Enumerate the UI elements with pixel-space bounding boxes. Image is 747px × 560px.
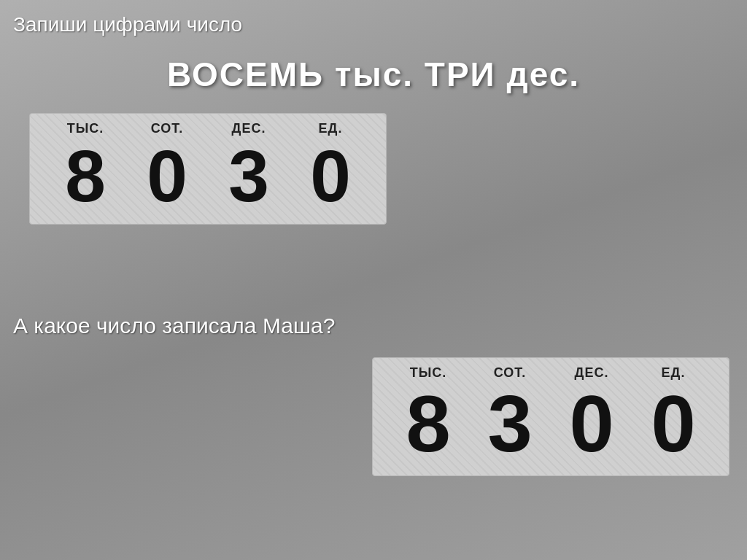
top-digit-sot: 0 xyxy=(138,139,196,212)
top-header-des: ДЕС. xyxy=(220,121,278,136)
top-digit-board: ТЫС. СОТ. ДЕС. ЕД. 8 0 3 0 xyxy=(29,113,387,225)
bottom-digit-des: 0 xyxy=(562,384,621,464)
top-header-sot: СОТ. xyxy=(138,121,196,136)
number-word: ВОСЕМЬ тыс. ТРИ дес. xyxy=(0,55,747,94)
bottom-board-digits: 8 3 0 0 xyxy=(387,384,714,464)
bottom-digit-ed: 0 xyxy=(644,384,703,464)
top-board-headers: ТЫС. СОТ. ДЕС. ЕД. xyxy=(44,121,371,136)
top-digit-ed: 0 xyxy=(301,139,360,212)
top-header-tys: ТЫС. xyxy=(56,121,115,136)
instruction-middle: А какое число записала Маша? xyxy=(13,314,335,338)
top-header-ed: ЕД. xyxy=(301,121,360,136)
top-digit-des: 3 xyxy=(220,139,278,212)
bottom-digit-sot: 3 xyxy=(481,384,539,464)
top-board-digits: 8 0 3 0 xyxy=(44,139,371,212)
bottom-digit-board: ТЫС. СОТ. ДЕС. ЕД. 8 3 0 0 xyxy=(372,357,729,476)
instruction-top: Запиши цифрами число xyxy=(13,13,242,36)
top-digit-tys: 8 xyxy=(56,139,115,212)
bottom-digit-tys: 8 xyxy=(399,384,457,464)
